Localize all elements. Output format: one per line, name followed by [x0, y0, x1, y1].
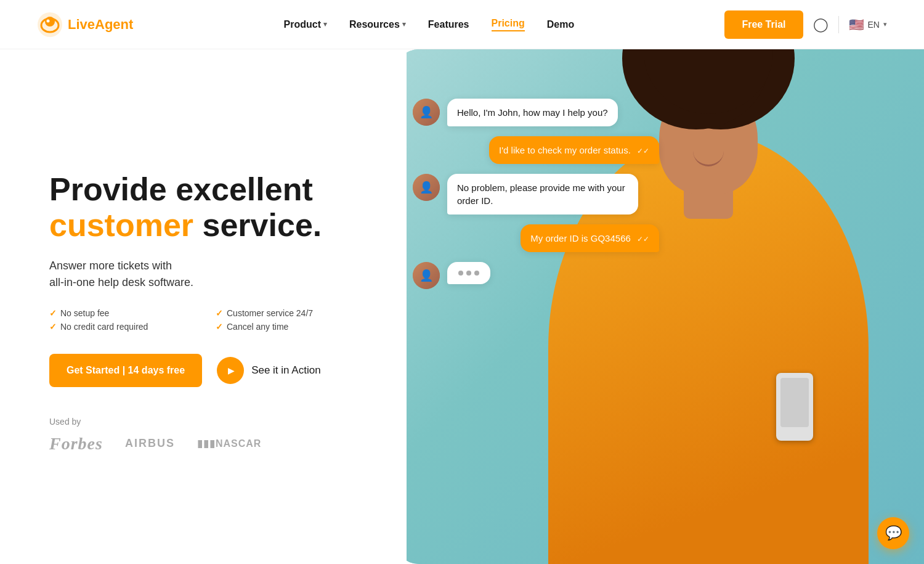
chevron-down-icon: ▾: [883, 20, 887, 28]
dot-2: [466, 271, 471, 276]
person-phone: [776, 373, 813, 441]
nav-right: Free Trial ◯ 🇺🇸 EN ▾: [724, 10, 887, 39]
brand-logos: Forbes AIRBUS ▮▮▮NASCAR: [49, 434, 370, 454]
chat-row-4: My order ID is GQ34566 ✓✓: [413, 224, 659, 252]
chat-row-typing: 👤: [413, 262, 659, 289]
nav-resources[interactable]: Resources ▾: [349, 19, 406, 30]
eye-right: [726, 120, 740, 128]
see-action-label: See it in Action: [251, 364, 320, 377]
nav-pricing[interactable]: Pricing: [492, 18, 525, 31]
free-trial-button[interactable]: Free Trial: [724, 10, 803, 39]
check-customer-service: Customer service 24/7: [216, 308, 370, 318]
hero-checklist: No setup fee Customer service 24/7 No cr…: [49, 308, 370, 332]
logo-text: LiveAgent: [68, 17, 133, 33]
airbus-logo: AIRBUS: [125, 437, 175, 450]
hero-subtext: Answer more tickets with all-in-one help…: [49, 258, 370, 291]
hero-right: 👤 Hello, I'm John, how may I help you? I…: [394, 49, 924, 564]
svg-point-3: [47, 19, 50, 22]
language-selector[interactable]: 🇺🇸 EN ▾: [849, 17, 887, 32]
hero-left: Provide excellent customer service. Answ…: [0, 49, 407, 564]
logo[interactable]: LiveAgent: [37, 12, 133, 38]
hero-heading: Provide excellent customer service.: [49, 172, 370, 242]
chat-bubble-2: I'd like to check my order status. ✓✓: [489, 136, 659, 164]
agent-avatar-2: 👤: [413, 174, 440, 201]
person-smile: [693, 151, 724, 166]
dot-1: [458, 271, 463, 276]
nav-demo[interactable]: Demo: [547, 19, 574, 30]
used-by-label: Used by: [49, 417, 370, 427]
svg-point-2: [45, 17, 55, 27]
eye-left: [678, 120, 692, 128]
chevron-down-icon: ▾: [402, 20, 406, 28]
chat-bubble-3: No problem, please provide me with your …: [447, 174, 638, 215]
nav-divider: [838, 16, 839, 33]
dot-3: [474, 271, 479, 276]
check-cancel: Cancel any time: [216, 322, 370, 332]
chat-row-3: 👤 No problem, please provide me with you…: [413, 174, 659, 215]
nascar-logo: ▮▮▮NASCAR: [197, 438, 261, 449]
check-no-setup: No setup fee: [49, 308, 203, 318]
nav-features[interactable]: Features: [428, 19, 469, 30]
hero-section: Provide excellent customer service. Answ…: [0, 49, 924, 564]
forbes-logo: Forbes: [49, 434, 103, 454]
chat-bubble-1: Hello, I'm John, how may I help you?: [447, 99, 618, 126]
see-action[interactable]: See it in Action: [217, 357, 320, 384]
used-by: Used by Forbes AIRBUS ▮▮▮NASCAR: [49, 417, 370, 454]
chat-row-2: I'd like to check my order status. ✓✓: [413, 136, 659, 164]
check-no-credit-card: No credit card required: [49, 322, 203, 332]
flag-icon: 🇺🇸: [849, 17, 864, 32]
nav-links: Product ▾ Resources ▾ Features Pricing D…: [284, 18, 575, 31]
hero-actions: Get Started | 14 days free See it in Act…: [49, 354, 370, 387]
typing-indicator: [447, 262, 490, 284]
logo-icon: [37, 12, 63, 38]
person-hair: [644, 49, 773, 114]
play-button[interactable]: [217, 357, 244, 384]
read-checkmark-2: ✓✓: [637, 235, 649, 243]
chevron-down-icon: ▾: [323, 20, 327, 28]
chat-widget-button[interactable]: 💬: [877, 517, 909, 549]
nav-product[interactable]: Product ▾: [284, 19, 327, 30]
user-icon[interactable]: ◯: [813, 17, 829, 33]
chat-conversation: 👤 Hello, I'm John, how may I help you? I…: [413, 99, 659, 289]
get-started-button[interactable]: Get Started | 14 days free: [49, 354, 202, 387]
agent-avatar-3: 👤: [413, 262, 440, 289]
read-checkmark: ✓✓: [637, 147, 649, 155]
chat-widget-icon: 💬: [885, 525, 902, 541]
chat-row-1: 👤 Hello, I'm John, how may I help you?: [413, 99, 659, 126]
agent-avatar-1: 👤: [413, 99, 440, 126]
navbar: LiveAgent Product ▾ Resources ▾ Features…: [0, 0, 924, 49]
chat-bubble-4: My order ID is GQ34566 ✓✓: [521, 224, 659, 252]
